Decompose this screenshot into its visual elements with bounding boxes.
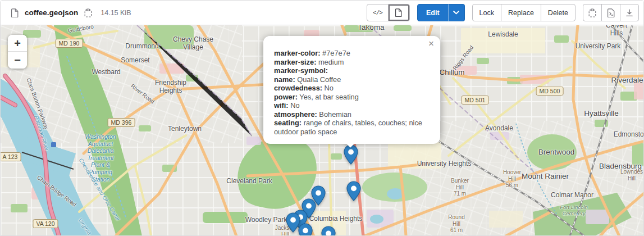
zoom-out-button[interactable]: −: [8, 52, 27, 69]
map-pin-icon: [344, 144, 358, 165]
chevron-down-icon: [453, 11, 459, 15]
popup-property: power: Yes, at bar seating: [274, 93, 432, 102]
header-actions: </> Edit Lock Replace Delete: [367, 4, 639, 21]
popup-property: wifi: No: [274, 101, 432, 110]
file-size: 14.15 KiB: [101, 9, 131, 17]
display-rendered-button[interactable]: [388, 4, 410, 21]
edit-dropdown-button[interactable]: [448, 4, 465, 21]
download-button[interactable]: [620, 4, 639, 21]
map-marker[interactable]: [344, 144, 358, 165]
map-marker[interactable]: [321, 226, 336, 236]
popup-property: seating: range of chairs, tables, couche…: [274, 119, 432, 136]
feature-popup: marker-color: #7e7e7emarker-size: medium…: [263, 36, 440, 141]
raw-file-icon: [608, 8, 615, 17]
edit-button[interactable]: Edit: [417, 4, 449, 21]
file-action-group: Lock Replace Delete: [472, 4, 576, 21]
popup-content: marker-color: #7e7e7emarker-size: medium…: [263, 36, 440, 144]
view-toggle-group: </>: [367, 4, 410, 21]
map-pin-icon: [321, 226, 336, 236]
display-source-button[interactable]: </>: [367, 4, 389, 21]
open-raw-button[interactable]: [601, 4, 620, 21]
file-icon: [10, 7, 20, 19]
popup-property: crowdedness: No: [274, 84, 432, 93]
download-icon: [625, 9, 633, 17]
popup-close-button[interactable]: ×: [428, 39, 434, 48]
copy-contents-button[interactable]: [583, 4, 602, 21]
edit-split-button: Edit: [417, 4, 465, 21]
code-icon: </>: [373, 10, 382, 16]
file-viewer: coffee.geojson 14.15 KiB </> Edit: [0, 0, 644, 236]
utility-icon-group: [583, 4, 639, 21]
delete-button[interactable]: Delete: [541, 4, 576, 21]
map-marker[interactable]: [298, 223, 313, 236]
document-icon: [395, 8, 402, 17]
popup-property: atmosphere: Bohemian: [274, 110, 432, 119]
map-canvas[interactable]: + − marker-color: #7e7e7emarker-size: me…: [1, 25, 644, 236]
copy-icon: [588, 8, 596, 17]
map-zoom-control: + −: [8, 35, 27, 69]
replace-button[interactable]: Replace: [501, 4, 541, 21]
lock-button[interactable]: Lock: [472, 4, 501, 21]
file-header: coffee.geojson 14.15 KiB </> Edit: [1, 1, 643, 25]
map-marker[interactable]: [346, 181, 361, 201]
zoom-in-button[interactable]: +: [8, 35, 27, 52]
popup-property: marker-size: medium: [274, 58, 432, 67]
popup-property: marker-symbol:: [274, 66, 432, 75]
map-pin-icon: [298, 223, 313, 236]
popup-property: marker-color: #7e7e7e: [274, 49, 432, 58]
copy-file-path-button[interactable]: [83, 7, 93, 19]
map-pin-icon: [346, 181, 361, 201]
popup-property: name: Qualia Coffee: [274, 75, 432, 84]
file-name: coffee.geojson: [25, 8, 78, 17]
